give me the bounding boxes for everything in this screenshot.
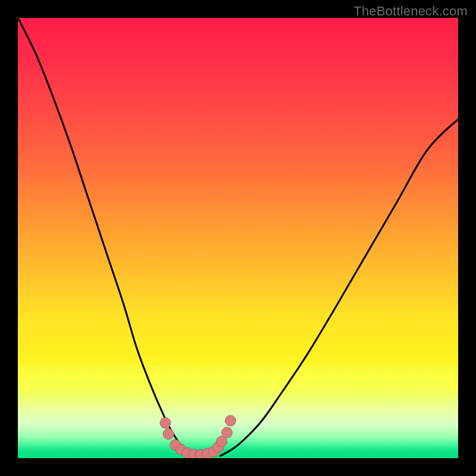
watermark-text: TheBottleneck.com [353,4,468,19]
series-left-curve [18,18,198,456]
chart-svg [18,18,458,458]
data-point [225,415,236,426]
chart-plot-area [18,18,458,458]
data-point [163,428,174,439]
stage: TheBottleneck.com [0,0,476,476]
data-point [160,418,171,428]
data-point [222,427,233,438]
marker-layer [160,415,236,458]
curve-layer [18,18,458,456]
series-right-curve [220,119,458,456]
